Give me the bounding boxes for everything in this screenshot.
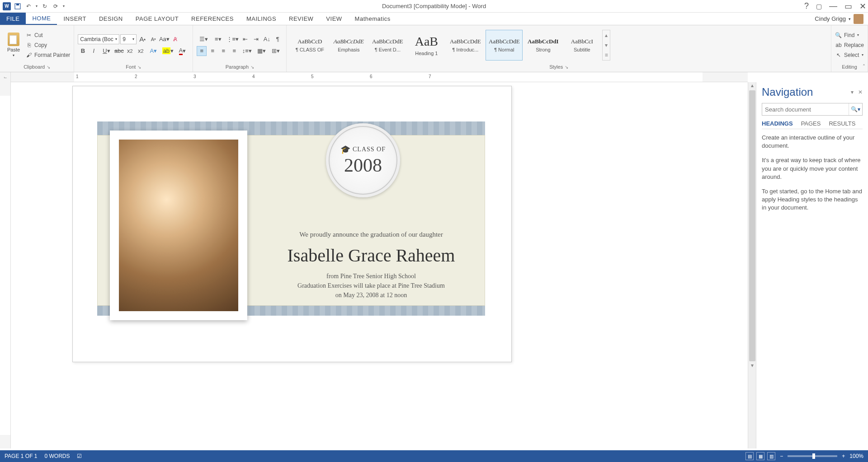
shrink-font-icon[interactable]: A▾ bbox=[148, 34, 158, 44]
paste-button[interactable]: Paste ▾ bbox=[4, 30, 24, 61]
increase-indent-icon[interactable]: ⇥ bbox=[251, 34, 261, 44]
subscript-icon[interactable]: x2 bbox=[125, 46, 135, 56]
tab-page-layout[interactable]: PAGE LAYOUT bbox=[129, 13, 185, 25]
announcement-text[interactable]: We proudly announce the graduation of ou… bbox=[267, 231, 475, 300]
minimize-icon[interactable]: — bbox=[829, 1, 837, 11]
scroll-thumb[interactable] bbox=[749, 90, 755, 361]
page-indicator[interactable]: PAGE 1 OF 1 bbox=[5, 453, 37, 459]
dialog-launcher-icon[interactable]: ↘ bbox=[565, 65, 568, 70]
text-effects-icon[interactable]: A▾ bbox=[146, 46, 160, 56]
undo-icon[interactable]: ↶ bbox=[24, 1, 33, 11]
tab-view[interactable]: VIEW bbox=[320, 13, 348, 25]
format-painter-button[interactable]: 🖌Format Painter bbox=[25, 51, 70, 60]
grow-font-icon[interactable]: A▴ bbox=[137, 34, 147, 44]
vertical-ruler[interactable] bbox=[0, 82, 11, 448]
nav-close-icon[interactable]: ✕ bbox=[858, 89, 863, 95]
show-marks-icon[interactable]: ¶ bbox=[273, 34, 283, 44]
cut-button[interactable]: ✂Cut bbox=[25, 31, 70, 40]
photo-frame[interactable] bbox=[110, 131, 247, 320]
tab-mathematics[interactable]: Mathematics bbox=[349, 13, 397, 25]
font-size-combo[interactable]: 9▾ bbox=[120, 34, 137, 44]
word-app-icon[interactable]: W bbox=[2, 1, 12, 11]
highlight-icon[interactable]: ab▾ bbox=[161, 46, 175, 56]
borders-icon[interactable]: ⊞▾ bbox=[269, 46, 283, 56]
help-icon[interactable]: ? bbox=[804, 1, 809, 11]
page[interactable]: 🎓CLASS OF 2008 We proudly announce the g… bbox=[72, 86, 512, 362]
change-case-icon[interactable]: Aa▾ bbox=[159, 34, 169, 44]
multilevel-icon[interactable]: ⋮≡▾ bbox=[226, 34, 239, 44]
style-tile[interactable]: AaBbCcDdIStrong bbox=[524, 30, 561, 61]
underline-icon[interactable]: U▾ bbox=[99, 46, 113, 56]
clear-formatting-icon[interactable]: A̷ bbox=[170, 34, 180, 44]
tab-references[interactable]: REFERENCES bbox=[185, 13, 240, 25]
nav-tab-pages[interactable]: PAGES bbox=[801, 120, 821, 127]
styles-more-icon[interactable]: ▴▾≡ bbox=[602, 30, 610, 61]
zoom-level[interactable]: 100% bbox=[849, 453, 863, 459]
bullets-icon[interactable]: ☰▾ bbox=[197, 34, 210, 44]
style-tile[interactable]: AaBbCcDdE¶ Normal bbox=[486, 30, 523, 61]
copy-button[interactable]: ⎘Copy bbox=[25, 41, 70, 50]
superscript-icon[interactable]: x2 bbox=[136, 46, 146, 56]
replace-button[interactable]: abReplace bbox=[835, 41, 864, 50]
zoom-in-icon[interactable]: + bbox=[842, 453, 845, 459]
nav-search[interactable]: 🔍▾ bbox=[762, 103, 863, 116]
justify-icon[interactable]: ≡ bbox=[229, 46, 239, 56]
style-tile[interactable]: AaBbCcD¶ CLASS OF bbox=[291, 30, 328, 61]
tab-review[interactable]: REVIEW bbox=[283, 13, 320, 25]
style-tile[interactable]: AaBbCcDdE¶ Introduc... bbox=[447, 30, 484, 61]
italic-icon[interactable]: I bbox=[89, 46, 99, 56]
dialog-launcher-icon[interactable]: ↘ bbox=[47, 65, 50, 70]
style-tile[interactable]: AaBbCcDdE¶ Event D... bbox=[369, 30, 406, 61]
sort-icon[interactable]: A↓ bbox=[262, 34, 272, 44]
vertical-scrollbar[interactable]: ▴ ▾ bbox=[748, 82, 756, 448]
zoom-slider[interactable] bbox=[788, 455, 837, 457]
horizontal-ruler[interactable]: 1234567 bbox=[11, 72, 748, 82]
close-icon[interactable]: ✕ bbox=[859, 1, 866, 11]
scroll-up-icon[interactable]: ▴ bbox=[748, 82, 756, 89]
line-spacing-icon[interactable]: ↕≡▾ bbox=[240, 46, 254, 56]
nav-options-icon[interactable]: ▾ bbox=[851, 89, 854, 95]
align-center-icon[interactable]: ≡ bbox=[208, 46, 217, 56]
bold-icon[interactable]: B bbox=[78, 46, 88, 56]
tab-home[interactable]: HOME bbox=[26, 13, 57, 25]
document-area[interactable]: 🎓CLASS OF 2008 We proudly announce the g… bbox=[11, 82, 748, 448]
user-area[interactable]: Cindy Grigg ▾ bbox=[815, 13, 868, 25]
search-icon[interactable]: 🔍▾ bbox=[849, 103, 862, 115]
dialog-launcher-icon[interactable]: ↘ bbox=[250, 65, 254, 70]
undo-dropdown-icon[interactable]: ▾ bbox=[34, 1, 39, 11]
strikethrough-icon[interactable]: abc bbox=[114, 46, 124, 56]
style-tile[interactable]: AaBHeading 1 bbox=[408, 30, 445, 61]
tab-design[interactable]: DESIGN bbox=[93, 13, 129, 25]
find-button[interactable]: 🔍Find▾ bbox=[835, 31, 864, 40]
style-tile[interactable]: AaBbCcDdEEmphasis bbox=[330, 30, 367, 61]
read-mode-icon[interactable]: ▤ bbox=[745, 452, 754, 460]
font-color-icon[interactable]: A▾ bbox=[175, 46, 189, 56]
save-icon[interactable] bbox=[13, 1, 23, 11]
dialog-launcher-icon[interactable]: ↘ bbox=[137, 65, 141, 70]
tab-insert[interactable]: INSERT bbox=[57, 13, 92, 25]
word-count[interactable]: 0 WORDS bbox=[44, 453, 70, 459]
collapse-ribbon-icon[interactable]: ˄ bbox=[863, 64, 865, 70]
nav-tab-headings[interactable]: HEADINGS bbox=[762, 120, 793, 127]
web-layout-icon[interactable]: ▥ bbox=[767, 452, 775, 460]
style-tile[interactable]: AaBbCcISubtitle bbox=[563, 30, 600, 61]
maximize-icon[interactable]: ▭ bbox=[844, 1, 852, 11]
nav-tab-results[interactable]: RESULTS bbox=[829, 120, 855, 127]
align-left-icon[interactable]: ≡ bbox=[197, 46, 207, 56]
ribbon-options-icon[interactable]: ▢ bbox=[816, 3, 822, 10]
zoom-out-icon[interactable]: − bbox=[780, 453, 783, 459]
font-name-combo[interactable]: Cambria (Boc▾ bbox=[78, 34, 119, 44]
shading-icon[interactable]: ▦▾ bbox=[255, 46, 268, 56]
scroll-down-icon[interactable]: ▾ bbox=[748, 362, 756, 369]
align-right-icon[interactable]: ≡ bbox=[218, 46, 228, 56]
repeat-icon[interactable]: ⟳ bbox=[51, 1, 61, 11]
redo-icon[interactable]: ↻ bbox=[40, 1, 50, 11]
qat-customize-icon[interactable]: ▾ bbox=[61, 1, 66, 11]
proofing-icon[interactable]: ☑ bbox=[77, 453, 82, 459]
print-layout-icon[interactable]: ▦ bbox=[756, 452, 764, 460]
decrease-indent-icon[interactable]: ⇤ bbox=[240, 34, 250, 44]
numbering-icon[interactable]: ≡▾ bbox=[211, 34, 225, 44]
class-medallion[interactable]: 🎓CLASS OF 2008 bbox=[326, 123, 400, 197]
search-input[interactable] bbox=[762, 103, 849, 115]
select-button[interactable]: ↖Select▾ bbox=[835, 51, 864, 60]
